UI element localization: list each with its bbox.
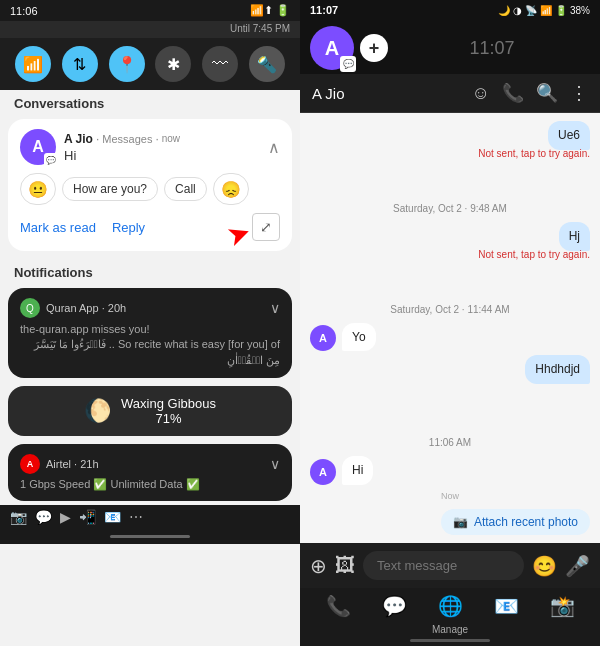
quran-icon: Q <box>20 298 40 318</box>
call-chip[interactable]: Call <box>164 177 207 201</box>
emoji-icon[interactable]: ☺ <box>472 83 490 104</box>
msg-ue6-container: Ue6 Not sent, tap to try again. <box>310 121 590 195</box>
how-are-you-chip[interactable]: How are you? <box>62 177 158 201</box>
bottom-icon-6: ⋯ <box>129 509 143 525</box>
conv-name: A Jio <box>64 132 93 146</box>
moon-card: 🌔 Waxing Gibbous 71% <box>8 386 292 436</box>
flashlight-toggle[interactable]: 🔦 <box>249 46 285 82</box>
data-toggle[interactable]: ⇅ <box>62 46 98 82</box>
reply-link[interactable]: Reply <box>112 220 145 235</box>
time-overlay: 11:07 <box>394 38 590 59</box>
bottom-icon-4: 📲 <box>79 509 96 525</box>
home-indicator-left <box>0 529 300 544</box>
left-panel: 11:06 📶⬆ 🔋 Until 7:45 PM 📶 ⇅ 📍 ✱ 〰 🔦 Con… <box>0 0 300 646</box>
phone-icon[interactable]: 📞 <box>502 82 524 104</box>
airtel-logo: A <box>20 454 40 474</box>
quran-body-arabic: So recite what is easy [for you] of .. ف… <box>20 337 280 368</box>
conv-header: A 💬 A Jio · Messages · now Hi ∧ <box>20 129 280 165</box>
bottom-icon-3: ▶ <box>60 509 71 525</box>
location-toggle[interactable]: 📍 <box>109 46 145 82</box>
status-icons-right: 🌙 ◑ 📡 📶 🔋 38% <box>498 5 590 16</box>
msg-avatar-yo: A <box>310 325 336 351</box>
status-bar-right: 11:07 🌙 ◑ 📡 📶 🔋 38% <box>300 0 600 20</box>
mic-icon[interactable]: 🎤 <box>565 554 590 578</box>
chat-header: A Jio ☺ 📞 🔍 ⋮ <box>300 74 600 113</box>
emoji-input-icon[interactable]: 😊 <box>532 554 557 578</box>
attach-icon: 📷 <box>453 515 468 529</box>
msg-hhdhdjd[interactable]: Hhdhdjd <box>525 355 590 384</box>
contact-avatar-large[interactable]: A 💬 <box>310 26 354 70</box>
until-text: Until 7:45 PM <box>230 23 290 34</box>
conv-avatar-badge: 💬 <box>44 153 58 167</box>
quran-chevron[interactable]: ∨ <box>270 300 280 316</box>
attach-recent-photo-button[interactable]: 📷 Attach recent photo <box>441 509 590 535</box>
chat-area: Ue6 Not sent, tap to try again. Saturday… <box>300 113 600 543</box>
mark-as-read-link[interactable]: Mark as read <box>20 220 96 235</box>
msg-hi-row: A Hi <box>310 456 590 485</box>
msg-ue6-error: Not sent, tap to try again. <box>478 148 590 159</box>
quran-notification: Q Quran App · 20h ∨ the-quran.app misses… <box>8 288 292 378</box>
msg-hhdhdjd-container: Hhdhdjd <box>310 355 590 429</box>
expand-icon[interactable]: ⤢ <box>252 213 280 241</box>
manage-bar: 📞 💬 🌐 📧 📸 <box>300 588 600 624</box>
manage-phone-icon[interactable]: 📞 <box>326 594 351 618</box>
chat-title: A Jio <box>312 85 464 102</box>
msg-hj-error: Not sent, tap to try again. <box>478 249 590 260</box>
bottom-icon-2: 💬 <box>35 509 52 525</box>
date-oct2-948: Saturday, Oct 2 · 9:48 AM <box>310 203 590 214</box>
input-right-icons: 😊 🎤 <box>532 554 590 578</box>
msg-hi[interactable]: Hi <box>342 456 373 485</box>
chat-input-area: ⊕ 🖼 Text message 😊 🎤 <box>300 543 600 588</box>
manage-browser-icon[interactable]: 🌐 <box>438 594 463 618</box>
emoji-chip-1[interactable]: 😐 <box>20 173 56 205</box>
message-input[interactable]: Text message <box>363 551 524 580</box>
conv-chevron-up: ∧ <box>268 138 280 157</box>
waves-toggle[interactable]: 〰 <box>202 46 238 82</box>
wifi-toggle[interactable]: 📶 <box>15 46 51 82</box>
moon-percent: 71% <box>155 411 181 426</box>
add-attachment-icon[interactable]: ⊕ <box>310 554 327 578</box>
conv-actions: 😐 How are you? Call 😞 <box>20 173 280 205</box>
chat-header-icons: ☺ 📞 🔍 ⋮ <box>472 82 588 104</box>
conv-footer: Mark as read Reply ⤢ ➤ <box>20 213 280 241</box>
avatar-badge: 💬 <box>340 56 356 72</box>
gallery-icon[interactable]: 🖼 <box>335 554 355 577</box>
right-panel: 11:07 🌙 ◑ 📡 📶 🔋 38% A 💬 + 11:07 A Jio ☺ … <box>300 0 600 646</box>
airtel-chevron[interactable]: ∨ <box>270 456 280 472</box>
msg-ue6[interactable]: Ue6 <box>548 121 590 150</box>
time-right: 11:07 <box>310 4 338 16</box>
conv-footer-links: Mark as read Reply <box>20 220 145 235</box>
airtel-header: A Airtel · 21h ∨ <box>20 454 280 474</box>
manage-messages-icon[interactable]: 💬 <box>382 594 407 618</box>
emoji-chip-2[interactable]: 😞 <box>213 173 249 205</box>
dnd-icon: 🌙 <box>498 5 510 16</box>
battery-percent: 38% <box>570 5 590 16</box>
msg-yo-row: A Yo <box>310 323 590 352</box>
conversation-card: A 💬 A Jio · Messages · now Hi ∧ <box>8 119 292 251</box>
time-left: 11:06 <box>10 5 38 17</box>
search-icon[interactable]: 🔍 <box>536 82 558 104</box>
manage-mail-icon[interactable]: 📧 <box>494 594 519 618</box>
msg-hi-time: Now <box>310 491 590 501</box>
red-arrow: ➤ <box>222 215 255 254</box>
quran-title: Quran App · 20h <box>46 302 262 314</box>
conv-app: Messages <box>102 133 152 145</box>
notifications-header: Notifications <box>0 259 300 284</box>
date-1106: 11:06 AM <box>310 437 590 448</box>
home-bar-left <box>110 535 190 538</box>
bottom-icon-5: 📧 <box>104 509 121 525</box>
moon-icon: 🌔 <box>84 398 111 424</box>
quran-body: the-quran.app misses you! <box>20 322 280 337</box>
msg-hj[interactable]: Hj <box>559 222 590 251</box>
status-bar-left: 11:06 📶⬆ 🔋 <box>0 0 300 21</box>
add-contact-button[interactable]: + <box>360 34 388 62</box>
input-placeholder: Text message <box>377 558 457 573</box>
msg-yo[interactable]: Yo <box>342 323 376 352</box>
conv-avatar: A 💬 <box>20 129 56 165</box>
bluetooth-toggle[interactable]: ✱ <box>155 46 191 82</box>
more-icon[interactable]: ⋮ <box>570 82 588 104</box>
cast-icon: 📡 <box>525 5 537 16</box>
airtel-body: 1 Gbps Speed ✅ Unlimited Data ✅ <box>20 478 280 491</box>
airtel-notification: A Airtel · 21h ∨ 1 Gbps Speed ✅ Unlimite… <box>8 444 292 501</box>
manage-camera-icon[interactable]: 📸 <box>550 594 575 618</box>
